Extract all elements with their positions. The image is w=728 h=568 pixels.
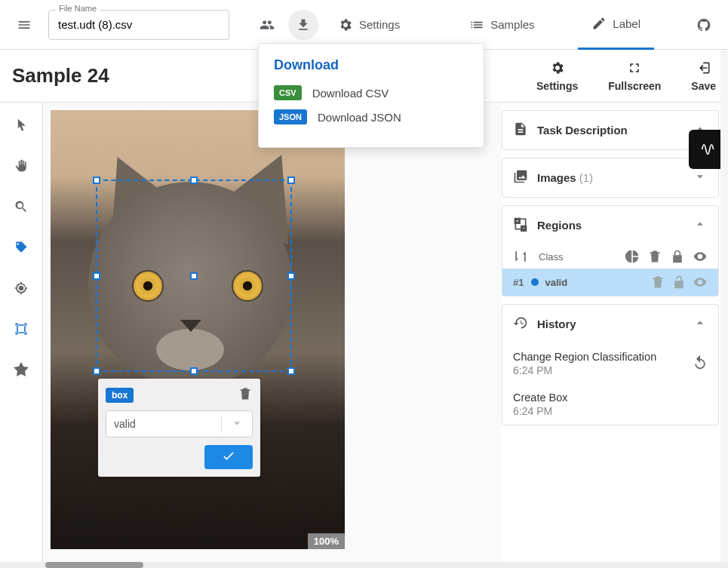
- history-item: Create Box 6:24 PM: [502, 384, 718, 425]
- download-csv-button[interactable]: CSV Download CSV: [274, 85, 468, 100]
- pencil-icon: [591, 16, 607, 31]
- resize-handle[interactable]: [287, 177, 295, 184]
- sort-icon[interactable]: [513, 249, 528, 264]
- github-icon: [696, 17, 711, 32]
- polygon-tool[interactable]: [12, 361, 30, 379]
- region-class: valid: [545, 277, 567, 288]
- list-icon: [469, 17, 484, 32]
- history-item-title: Change Region Classification: [513, 351, 656, 363]
- hamburger-icon: [17, 17, 32, 32]
- document-icon: [513, 121, 528, 137]
- github-link[interactable]: [689, 10, 719, 40]
- tab-samples-label: Samples: [490, 18, 534, 31]
- download-button[interactable]: [288, 10, 318, 40]
- download-json-button[interactable]: JSON Download JSON: [274, 109, 468, 124]
- trash-icon[interactable]: [650, 275, 665, 290]
- history-item-time: 6:24 PM: [513, 405, 568, 417]
- region-type-chip: box: [106, 388, 134, 403]
- tab-label[interactable]: Label: [578, 0, 654, 50]
- class-select-value: valid: [114, 418, 136, 430]
- lock-open-icon[interactable]: [671, 275, 687, 290]
- lock-icon[interactable]: [670, 249, 685, 264]
- tab-samples[interactable]: Samples: [456, 0, 548, 50]
- history-item-time: 6:24 PM: [513, 364, 656, 376]
- fullscreen-icon: [627, 60, 642, 75]
- save-action[interactable]: Save: [691, 60, 716, 92]
- image-canvas[interactable]: 100%: [51, 110, 345, 549]
- regions-class-header: Class: [539, 251, 564, 263]
- zoom-indicator: 100%: [308, 533, 345, 549]
- confirm-button[interactable]: [204, 445, 253, 469]
- chevron-down-icon: [693, 169, 708, 184]
- gear-icon: [550, 60, 565, 75]
- tab-settings[interactable]: Settings: [324, 0, 413, 50]
- history-item-title: Create Box: [513, 391, 568, 404]
- settings-action[interactable]: Settings: [536, 60, 578, 92]
- undo-icon: [693, 355, 708, 370]
- resize-handle[interactable]: [93, 367, 100, 375]
- filename-input[interactable]: [48, 10, 229, 40]
- resize-handle[interactable]: [190, 272, 198, 280]
- box-tool[interactable]: [12, 320, 30, 338]
- class-select[interactable]: valid: [106, 410, 253, 438]
- waveform-icon: [701, 142, 716, 157]
- bounding-box[interactable]: [96, 180, 292, 372]
- scrollbar-thumb[interactable]: [45, 562, 143, 568]
- scrollbar-horizontal[interactable]: [0, 562, 728, 568]
- regions-panel-header[interactable]: Regions: [502, 206, 718, 244]
- eye-icon[interactable]: [693, 249, 708, 264]
- resize-handle[interactable]: [287, 272, 295, 280]
- hand-icon: [14, 158, 29, 173]
- collaborators-button[interactable]: [252, 10, 282, 40]
- json-badge: JSON: [274, 109, 307, 124]
- history-icon: [513, 315, 528, 330]
- delete-region-button[interactable]: [238, 386, 253, 404]
- chevron-up-icon: [693, 216, 708, 232]
- tab-label-label: Label: [613, 17, 640, 30]
- cursor-icon: [14, 118, 29, 133]
- tag-icon: [14, 240, 29, 255]
- tab-settings-label: Settings: [359, 18, 400, 31]
- select-tool[interactable]: [12, 116, 30, 134]
- trash-icon[interactable]: [647, 249, 662, 264]
- images-icon: [513, 169, 528, 184]
- images-count: (1): [579, 171, 593, 184]
- gear-icon: [338, 17, 353, 32]
- page-title: Sample 24: [12, 64, 109, 88]
- check-icon: [221, 448, 236, 463]
- history-panel-header[interactable]: History: [502, 305, 718, 343]
- task-description-panel-header[interactable]: Task Description: [502, 111, 718, 149]
- resize-handle[interactable]: [93, 177, 100, 184]
- resize-handle[interactable]: [190, 177, 198, 184]
- chevron-down-icon: [229, 416, 244, 431]
- eye-icon[interactable]: [693, 275, 708, 290]
- resize-handle[interactable]: [287, 367, 295, 375]
- region-icon: [513, 216, 528, 232]
- menu-button[interactable]: [9, 10, 39, 40]
- undo-button[interactable]: [693, 355, 708, 373]
- chevron-up-icon: [693, 315, 708, 330]
- download-icon: [296, 17, 311, 32]
- images-panel-header[interactable]: Images (1): [502, 158, 718, 197]
- trash-icon: [238, 386, 253, 401]
- pie-icon[interactable]: [625, 249, 640, 264]
- polygon-icon: [14, 362, 29, 377]
- region-edit-popup: box valid: [98, 379, 260, 477]
- filename-label: File Name: [56, 4, 100, 13]
- region-color-dot: [531, 278, 539, 286]
- search-icon: [14, 199, 29, 214]
- fullscreen-action[interactable]: Fullscreen: [608, 60, 661, 92]
- crosshair-icon: [14, 281, 29, 296]
- zoom-tool[interactable]: [12, 198, 30, 216]
- resize-handle[interactable]: [93, 272, 100, 280]
- task-description-title: Task Description: [537, 124, 628, 137]
- tag-tool[interactable]: [12, 238, 30, 256]
- scrollbar-vertical[interactable]: [720, 50, 728, 562]
- bounding-box-icon: [14, 321, 29, 336]
- images-title: Images: [537, 171, 576, 184]
- point-tool[interactable]: [12, 279, 30, 297]
- resize-handle[interactable]: [190, 367, 198, 375]
- history-item: Change Region Classification 6:24 PM: [502, 343, 718, 384]
- region-row[interactable]: #1 valid: [502, 269, 718, 296]
- pan-tool[interactable]: [12, 157, 30, 175]
